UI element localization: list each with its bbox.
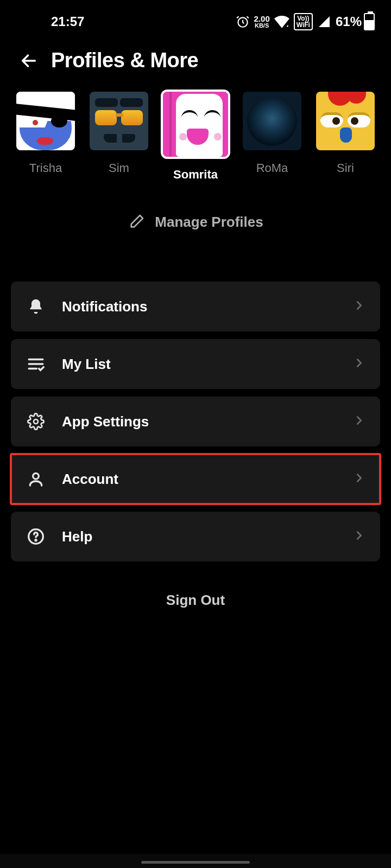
profile-name: Sim [109, 161, 129, 175]
list-check-icon [26, 354, 46, 374]
profile-siri[interactable]: Siri [316, 92, 375, 182]
svg-point-2 [287, 25, 288, 27]
avatar [243, 92, 301, 150]
gear-icon [26, 412, 46, 431]
chevron-right-icon [353, 529, 365, 544]
home-indicator[interactable] [141, 861, 250, 864]
status-right: 2.00 KB/S Vo)) WiFi 61% [236, 13, 375, 30]
menu-item-app-settings[interactable]: App Settings [11, 397, 380, 446]
manage-profiles-label: Manage Profiles [155, 214, 263, 231]
avatar [16, 92, 75, 150]
network-speed: 2.00 KB/S [254, 15, 270, 29]
avatar [90, 92, 148, 150]
wifi-icon [274, 15, 289, 28]
menu-item-notifications[interactable]: Notifications [11, 282, 380, 331]
signout-label: Sign Out [166, 592, 225, 608]
profile-name: Siri [337, 161, 354, 175]
signal-icon [317, 15, 331, 28]
vowifi-badge: Vo)) WiFi [294, 13, 313, 30]
page-title: Profiles & More [51, 49, 198, 72]
profile-name: Trisha [29, 161, 62, 175]
menu-item-my-list[interactable]: My List [11, 339, 380, 389]
chevron-right-icon [353, 357, 365, 371]
alarm-icon [236, 15, 250, 29]
profile-name: RoMa [256, 161, 288, 175]
header: Profiles & More [0, 39, 391, 85]
avatar [316, 92, 375, 150]
menu-item-label: App Settings [62, 413, 337, 430]
status-time: 21:57 [16, 14, 84, 29]
chevron-right-icon [353, 299, 365, 314]
menu-item-help[interactable]: Help [11, 512, 380, 561]
svg-point-3 [34, 419, 38, 424]
profiles-row: Trisha Sim Somrita RoMa Siri [0, 85, 391, 182]
help-icon [26, 527, 46, 546]
battery-indicator: 61% [336, 13, 375, 30]
profile-somrita[interactable]: Somrita [163, 92, 228, 182]
bell-icon [26, 297, 46, 316]
menu-item-label: Notifications [62, 298, 337, 315]
profile-sim[interactable]: Sim [90, 92, 148, 182]
menu-item-label: Help [62, 528, 337, 545]
avatar [163, 92, 228, 157]
menu-item-label: My List [62, 356, 337, 373]
svg-point-4 [33, 473, 39, 479]
pencil-icon [128, 213, 145, 231]
profile-name: Somrita [173, 168, 218, 182]
status-bar: 21:57 2.00 KB/S Vo)) WiFi 61% [0, 0, 391, 39]
profile-roma[interactable]: RoMa [243, 92, 301, 182]
signout-button[interactable]: Sign Out [0, 561, 391, 609]
manage-profiles-button[interactable]: Manage Profiles [0, 182, 391, 231]
svg-point-6 [35, 540, 36, 541]
chevron-right-icon [353, 414, 365, 429]
chevron-right-icon [353, 472, 365, 486]
menu-item-label: Account [62, 471, 337, 488]
profile-trisha[interactable]: Trisha [16, 92, 75, 182]
menu: Notifications My List App Settings Accou… [0, 231, 391, 561]
menu-item-account[interactable]: Account [11, 454, 380, 504]
back-arrow-icon[interactable] [20, 52, 38, 70]
person-icon [26, 469, 46, 489]
